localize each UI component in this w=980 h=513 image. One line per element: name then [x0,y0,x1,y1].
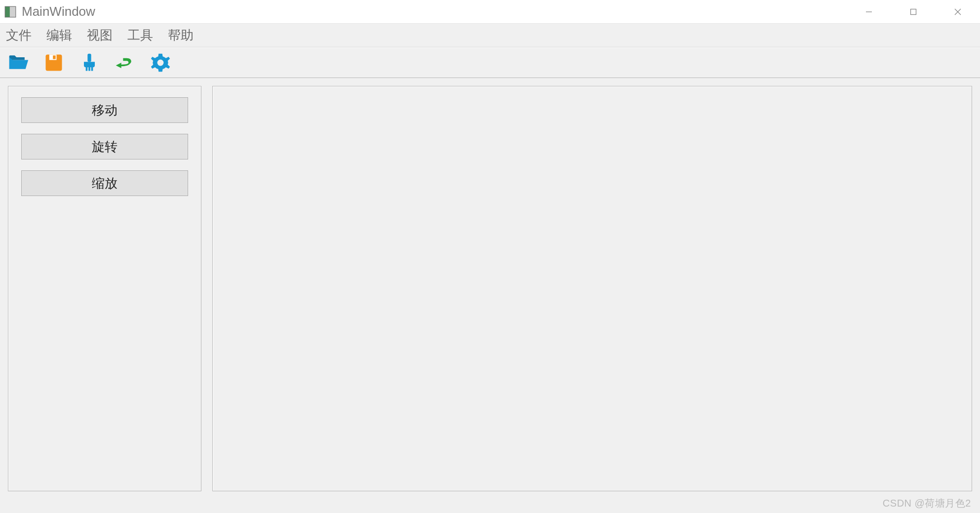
menu-edit[interactable]: 编辑 [46,27,72,44]
maximize-button[interactable] [891,0,936,23]
svg-point-11 [157,60,164,66]
watermark: CSDN @荷塘月色2 [883,497,971,510]
menu-help[interactable]: 帮助 [168,27,194,44]
svg-rect-1 [10,6,16,17]
rotate-button[interactable]: 旋转 [21,134,188,159]
content-area: 移动 旋转 缩放 [0,78,980,499]
window-controls [847,0,980,23]
svg-rect-10 [87,54,91,62]
menubar: 文件 编辑 视图 工具 帮助 [0,24,980,47]
menu-tools[interactable]: 工具 [127,27,153,44]
titlebar: MainWindow [0,0,980,24]
folder-open-icon[interactable] [7,51,30,74]
side-panel: 移动 旋转 缩放 [8,86,201,491]
settings-icon[interactable] [149,51,172,74]
menu-file[interactable]: 文件 [6,27,32,44]
window-title: MainWindow [22,4,95,19]
svg-rect-0 [5,6,10,17]
undo-icon[interactable] [114,51,136,74]
close-button[interactable] [936,0,980,23]
toolbar [0,47,980,78]
app-icon [4,5,17,18]
svg-rect-9 [53,55,56,59]
scale-button[interactable]: 缩放 [21,170,188,196]
minimize-button[interactable] [847,0,891,23]
brush-icon[interactable] [78,51,101,74]
menu-view[interactable]: 视图 [87,27,113,44]
save-icon[interactable] [42,51,65,74]
move-button[interactable]: 移动 [21,97,188,123]
svg-rect-4 [911,9,916,14]
main-panel [212,86,972,491]
